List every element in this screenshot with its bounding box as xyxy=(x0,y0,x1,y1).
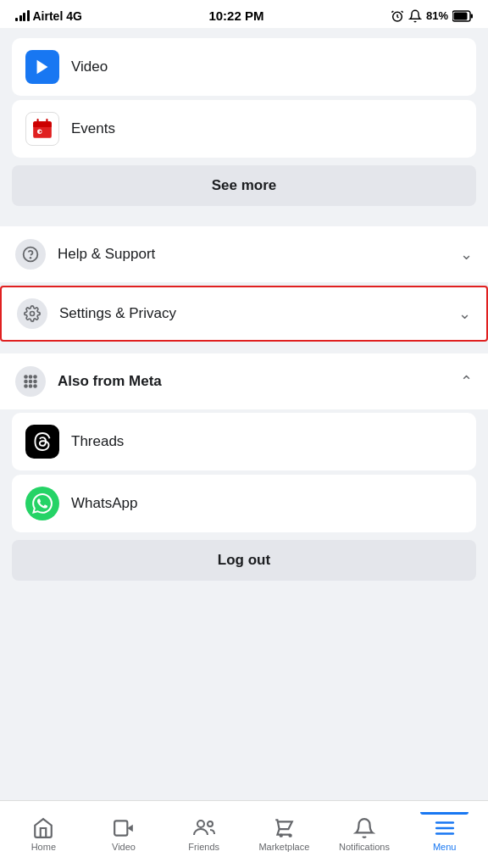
svg-rect-2 xyxy=(471,14,474,18)
svg-point-26 xyxy=(280,835,282,837)
svg-rect-22 xyxy=(114,821,127,835)
section-divider-2 xyxy=(0,344,488,351)
nav-marketplace-label: Marketplace xyxy=(258,842,309,852)
nav-menu-label: Menu xyxy=(433,842,457,852)
nav-notifications[interactable]: Notifications xyxy=(324,812,405,857)
video-card[interactable]: Video xyxy=(12,38,476,96)
home-icon xyxy=(32,817,54,839)
settings-privacy-row[interactable]: Settings & Privacy ⌄ xyxy=(0,286,488,342)
notifications-icon xyxy=(353,817,375,839)
nav-video-label: Video xyxy=(112,842,136,852)
events-icon xyxy=(25,112,59,146)
alarm-icon xyxy=(391,9,404,23)
help-chevron-icon: ⌄ xyxy=(460,245,473,264)
svg-point-14 xyxy=(29,375,33,379)
also-from-meta-label: Also from Meta xyxy=(58,373,448,390)
nav-marketplace[interactable]: Marketplace xyxy=(244,812,324,857)
section-divider-1 xyxy=(0,217,488,224)
video-label: Video xyxy=(71,58,108,75)
svg-point-17 xyxy=(29,380,33,384)
svg-point-21 xyxy=(33,384,37,388)
settings-chevron-icon: ⌄ xyxy=(458,304,471,323)
whatsapp-icon xyxy=(25,487,59,520)
svg-point-18 xyxy=(33,380,37,384)
threads-card[interactable]: Threads xyxy=(12,413,476,470)
svg-rect-3 xyxy=(454,12,468,19)
svg-point-25 xyxy=(208,821,213,826)
help-support-row[interactable]: Help & Support ⌄ xyxy=(0,226,488,283)
nav-home-label: Home xyxy=(31,842,56,852)
whatsapp-card[interactable]: WhatsApp xyxy=(12,475,476,532)
svg-point-20 xyxy=(29,384,33,388)
nav-menu[interactable]: Menu xyxy=(404,812,485,857)
battery-icon xyxy=(452,10,473,22)
video-icon xyxy=(25,50,59,84)
carrier-label: Airtel 4G xyxy=(33,9,82,23)
alarm2-icon xyxy=(408,9,422,23)
also-from-meta-row[interactable]: Also from Meta ⌃ xyxy=(0,353,488,410)
nav-notifications-label: Notifications xyxy=(339,842,390,852)
nav-friends[interactable]: Friends xyxy=(164,812,244,857)
menu-icon xyxy=(434,817,456,839)
events-label: Events xyxy=(71,120,115,137)
svg-point-19 xyxy=(24,384,28,388)
svg-point-27 xyxy=(290,835,291,837)
main-content: Video Events See more Hel xyxy=(0,28,488,800)
meta-icon xyxy=(15,366,46,397)
logout-button[interactable]: Log out xyxy=(12,540,476,581)
nav-home[interactable]: Home xyxy=(3,812,84,857)
help-icon xyxy=(15,239,46,270)
threads-label: Threads xyxy=(71,433,124,450)
svg-marker-4 xyxy=(37,60,48,75)
meta-chevron-icon: ⌃ xyxy=(460,372,473,391)
battery-label: 81% xyxy=(426,9,448,22)
status-left: Airtel 4G xyxy=(15,9,82,23)
nav-video[interactable]: Video xyxy=(84,812,164,857)
whatsapp-label: WhatsApp xyxy=(71,495,137,512)
signal-bars xyxy=(15,10,30,21)
nav-friends-label: Friends xyxy=(188,842,219,852)
status-right: 81% xyxy=(391,9,473,23)
svg-point-16 xyxy=(24,380,28,384)
friends-icon xyxy=(192,817,216,839)
svg-point-24 xyxy=(197,821,204,827)
nav-video-icon xyxy=(113,817,135,839)
help-support-label: Help & Support xyxy=(58,246,448,263)
events-card[interactable]: Events xyxy=(12,100,476,158)
status-bar: Airtel 4G 10:22 PM 81% xyxy=(0,0,488,28)
threads-icon xyxy=(25,425,59,459)
svg-rect-7 xyxy=(33,125,52,127)
settings-privacy-label: Settings & Privacy xyxy=(59,305,446,322)
see-more-button[interactable]: See more xyxy=(12,165,476,206)
svg-point-12 xyxy=(30,312,35,316)
svg-point-15 xyxy=(33,375,37,379)
marketplace-icon xyxy=(273,817,295,839)
time-label: 10:22 PM xyxy=(208,8,263,23)
bottom-nav: Home Video Friends Marketplace Notifica xyxy=(0,800,488,868)
settings-icon xyxy=(17,298,47,329)
svg-point-13 xyxy=(24,375,28,379)
